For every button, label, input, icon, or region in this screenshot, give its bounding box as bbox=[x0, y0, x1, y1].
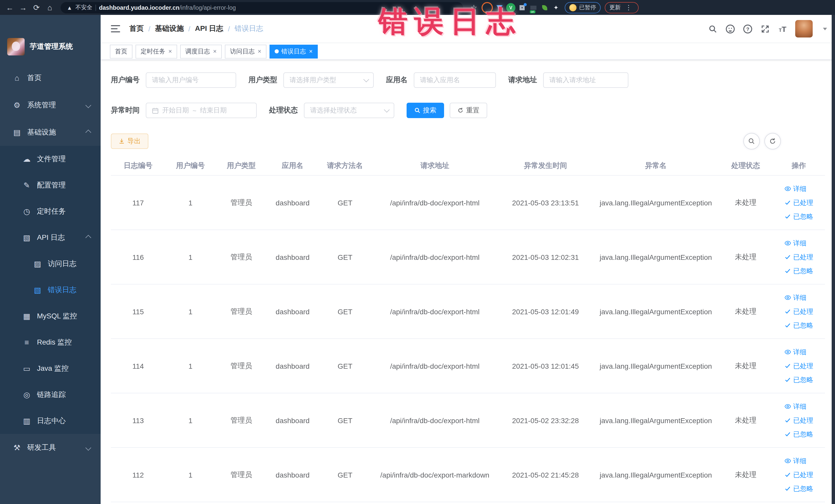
用户编号-input[interactable]: 请输入用户编号 bbox=[146, 73, 236, 88]
page-scrollbar[interactable] bbox=[832, 15, 835, 504]
bookmark-star-icon[interactable]: ☆ bbox=[468, 2, 480, 13]
table-row: 1141管理员dashboardGET/api/infra/db-doc/exp… bbox=[111, 339, 825, 393]
processed-link[interactable]: 已处理 bbox=[785, 250, 813, 264]
ignored-link[interactable]: 已忽略 bbox=[785, 427, 813, 441]
processed-link[interactable]: 已处理 bbox=[785, 468, 813, 482]
breadcrumb-item-错误日志: 错误日志 bbox=[235, 24, 263, 33]
refresh-table-button[interactable] bbox=[764, 133, 780, 149]
extension-v-icon[interactable]: V bbox=[506, 3, 515, 12]
detail-link[interactable]: 详细 bbox=[785, 345, 813, 359]
tab-定时任务[interactable]: 定时任务× bbox=[136, 44, 177, 58]
processed-link[interactable]: 已处理 bbox=[785, 414, 813, 427]
help-icon[interactable]: ? bbox=[742, 24, 753, 34]
access-log-icon: ▨ bbox=[33, 259, 42, 268]
sidebar-item-访问日志[interactable]: ▨访问日志 bbox=[0, 250, 101, 277]
close-tab-icon[interactable]: × bbox=[168, 48, 172, 55]
url-host: dashboard.yudao.iocoder.cn bbox=[99, 4, 179, 11]
column-header-处理状态: 处理状态 bbox=[719, 156, 773, 175]
export-button[interactable]: 导出 bbox=[111, 134, 148, 149]
tags-view-bar: 首页定时任务×调度日志×访问日志×错误日志× bbox=[101, 43, 835, 60]
column-header-用户编号: 用户编号 bbox=[165, 156, 216, 175]
ignored-link[interactable]: 已忽略 bbox=[785, 264, 813, 278]
sidebar-item-链路追踪[interactable]: ◎链路追踪 bbox=[0, 382, 101, 408]
close-tab-icon[interactable]: × bbox=[309, 48, 313, 55]
detail-link[interactable]: 详细 bbox=[785, 236, 813, 250]
browser-home-icon[interactable]: ⌂ bbox=[44, 2, 56, 13]
search-icon[interactable] bbox=[708, 24, 718, 34]
extension-shield-icon[interactable] bbox=[495, 3, 504, 12]
update-button[interactable]: 更新 ⋮ bbox=[605, 2, 639, 13]
ignored-link[interactable]: 已忽略 bbox=[785, 318, 813, 332]
sidebar-item-定时任务[interactable]: ◷定时任务 bbox=[0, 198, 101, 224]
app-logo-row[interactable]: 芋道管理系统 bbox=[0, 15, 101, 58]
actions-cell: 详细已处理已忽略 bbox=[773, 393, 825, 447]
sidebar-item-错误日志[interactable]: ▧错误日志 bbox=[0, 277, 101, 303]
请求地址-input[interactable]: 请输入请求地址 bbox=[543, 73, 628, 88]
processed-link[interactable]: 已处理 bbox=[785, 359, 813, 373]
reset-button[interactable]: 重置 bbox=[450, 103, 487, 118]
extension-orange-icon[interactable] bbox=[482, 2, 493, 13]
extension-on-toggle-icon[interactable]: on bbox=[529, 3, 538, 12]
sidebar-item-Redis 监控[interactable]: ≡Redis 监控 bbox=[0, 329, 101, 355]
tab-调度日志[interactable]: 调度日志× bbox=[180, 44, 222, 58]
browser-menu-kebab-icon[interactable]: ⋮ bbox=[623, 4, 634, 11]
sidebar-item-首页[interactable]: ⌂首页 bbox=[0, 64, 101, 92]
应用名-input[interactable]: 请输入应用名 bbox=[414, 73, 496, 88]
processed-link[interactable]: 已处理 bbox=[785, 304, 813, 318]
browser-back-icon[interactable]: ← bbox=[4, 2, 15, 13]
breadcrumb-item-基础设施[interactable]: 基础设施 bbox=[155, 24, 184, 33]
status-select[interactable]: 请选择处理状态 bbox=[304, 103, 394, 118]
sidebar-item-文件管理[interactable]: ☁文件管理 bbox=[0, 146, 101, 172]
sidebar-item-API 日志[interactable]: ▧API 日志 bbox=[0, 224, 101, 250]
sidebar-item-配置管理[interactable]: ✎配置管理 bbox=[0, 172, 101, 198]
browser-reload-icon[interactable]: ⟳ bbox=[31, 2, 42, 13]
用户类型-select[interactable]: 请选择用户类型 bbox=[283, 73, 374, 88]
extension-grid-icon[interactable] bbox=[517, 3, 527, 12]
sidebar-item-基础设施[interactable]: ▤基础设施 bbox=[0, 119, 101, 146]
user-menu-caret-icon[interactable] bbox=[823, 27, 827, 30]
check-icon bbox=[785, 267, 791, 274]
detail-link[interactable]: 详细 bbox=[785, 291, 813, 304]
log-id: 113 bbox=[111, 393, 165, 447]
log-center-icon: ▥ bbox=[22, 416, 31, 425]
detail-link[interactable]: 详细 bbox=[785, 400, 813, 414]
date-end-placeholder: 结束日期 bbox=[200, 106, 227, 115]
sidebar-item-Java 监控[interactable]: ▭Java 监控 bbox=[0, 355, 101, 382]
breadcrumb-item-API 日志[interactable]: API 日志 bbox=[195, 24, 223, 33]
tab-错误日志[interactable]: 错误日志× bbox=[269, 44, 318, 58]
close-tab-icon[interactable]: × bbox=[213, 48, 217, 55]
extensions-puzzle-icon[interactable]: ✦ bbox=[551, 3, 561, 12]
browser-forward-icon[interactable]: → bbox=[18, 2, 29, 13]
hamburger-icon[interactable] bbox=[111, 25, 120, 32]
error-log-table: 日志编号用户编号用户类型应用名请求方法名请求地址异常发生时间异常名处理状态操作 … bbox=[111, 156, 825, 502]
ignored-link[interactable]: 已忽略 bbox=[785, 373, 813, 387]
paused-badge[interactable]: 已暂停 bbox=[565, 2, 600, 13]
tab-访问日志[interactable]: 访问日志× bbox=[225, 44, 266, 58]
search-button[interactable]: 搜索 bbox=[407, 103, 444, 118]
detail-link[interactable]: 详细 bbox=[785, 454, 813, 468]
user-avatar[interactable] bbox=[795, 20, 812, 38]
sidebar-item-MySQL 监控[interactable]: ▦MySQL 监控 bbox=[0, 303, 101, 329]
sidebar-item-日志中心[interactable]: ▥日志中心 bbox=[0, 408, 101, 434]
date-range-input[interactable]: 开始日期 ~ 结束日期 bbox=[146, 103, 257, 118]
detail-link[interactable]: 详细 bbox=[785, 182, 813, 196]
ignored-link[interactable]: 已忽略 bbox=[785, 209, 813, 223]
status-select-placeholder: 请选择处理状态 bbox=[310, 106, 357, 115]
error-time: 2021-05-03 23:13:51 bbox=[498, 175, 593, 230]
sidebar-item-研发工具[interactable]: ⚒研发工具 bbox=[0, 434, 101, 461]
ignored-link[interactable]: 已忽略 bbox=[785, 482, 813, 496]
font-size-icon[interactable]: TT bbox=[777, 24, 788, 34]
check-icon bbox=[785, 213, 791, 220]
processed-link[interactable]: 已处理 bbox=[785, 196, 813, 209]
breadcrumb-item-首页[interactable]: 首页 bbox=[129, 24, 144, 33]
extension-leaf-icon[interactable] bbox=[540, 3, 549, 12]
fullscreen-icon[interactable] bbox=[760, 24, 770, 34]
close-tab-icon[interactable]: × bbox=[258, 48, 261, 55]
toggle-search-button[interactable] bbox=[743, 133, 759, 149]
table-body: 1171管理员dashboardGET/api/infra/db-doc/exp… bbox=[111, 175, 825, 502]
sidebar-item-系统管理[interactable]: ⚙系统管理 bbox=[0, 92, 101, 119]
tab-首页[interactable]: 首页 bbox=[110, 44, 133, 58]
address-bar[interactable]: ▲ 不安全 dashboard.yudao.iocoder.cn/infra/l… bbox=[61, 2, 463, 13]
github-icon[interactable] bbox=[725, 24, 735, 34]
chevron-down-icon bbox=[384, 107, 390, 113]
